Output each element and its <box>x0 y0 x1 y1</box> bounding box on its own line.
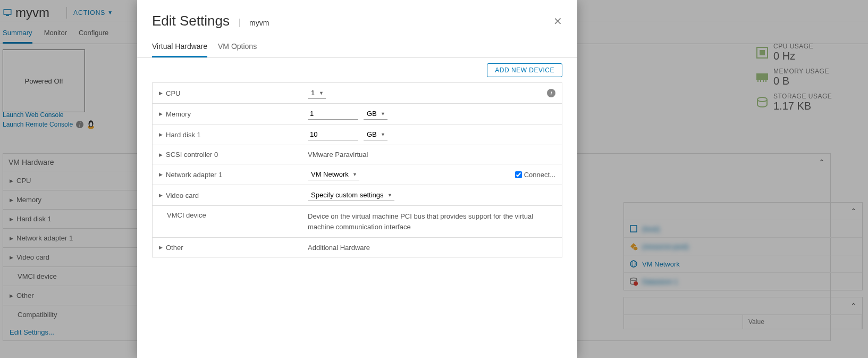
dialog-subtitle: myvm <box>239 19 269 27</box>
network-select[interactable]: VM Network ▼ <box>308 169 359 180</box>
scsi-label: SCSI controller 0 <box>166 151 218 159</box>
video-label: Video card <box>166 192 199 199</box>
dev-row-disk: ▶ Hard disk 1 GB ▼ <box>153 124 562 145</box>
edit-settings-dialog: Edit Settings myvm ✕ Virtual Hardware VM… <box>137 0 577 358</box>
dev-row-vmci: VMCI device Device on the virtual machin… <box>153 206 562 238</box>
dev-row-scsi: ▶ SCSI controller 0 VMware Paravirtual <box>153 145 562 164</box>
disk-unit-field[interactable]: GB <box>364 129 387 140</box>
video-select[interactable]: Specify custom settings ▼ <box>308 189 394 201</box>
dev-row-memory: ▶ Memory GB ▼ <box>153 104 562 124</box>
close-icon[interactable]: ✕ <box>553 15 562 28</box>
tab-vm-options[interactable]: VM Options <box>218 39 257 57</box>
dialog-title: Edit Settings <box>152 13 230 29</box>
other-label: Other <box>166 244 183 252</box>
vmci-description: Device on the virtual machine PCI bus th… <box>308 211 555 232</box>
cpu-select-field[interactable]: 1 <box>308 87 326 98</box>
connect-checkbox[interactable] <box>515 171 522 178</box>
chevron-right-icon[interactable]: ▶ <box>159 111 163 116</box>
chevron-right-icon[interactable]: ▶ <box>159 172 163 177</box>
chevron-right-icon[interactable]: ▶ <box>159 90 163 96</box>
network-select-field[interactable]: VM Network <box>308 169 359 180</box>
cpu-label: CPU <box>166 89 180 97</box>
video-select-field[interactable]: Specify custom settings <box>308 189 394 201</box>
memory-unit-field[interactable]: GB <box>364 108 387 119</box>
chevron-right-icon[interactable]: ▶ <box>159 152 163 157</box>
memory-label: Memory <box>166 110 191 118</box>
chevron-right-icon[interactable]: ▶ <box>159 193 163 198</box>
cpu-select[interactable]: 1 ▼ <box>308 87 326 99</box>
add-new-device-button[interactable]: ADD NEW DEVICE <box>487 63 562 77</box>
dev-row-other: ▶ Other Additional Hardware <box>153 238 562 257</box>
connect-checkbox-label[interactable]: Connect... <box>515 171 555 179</box>
chevron-right-icon[interactable]: ▶ <box>159 245 163 250</box>
disk-label: Hard disk 1 <box>166 131 201 139</box>
disk-input[interactable] <box>308 129 358 140</box>
scsi-value: VMware Paravirtual <box>308 151 368 159</box>
info-icon[interactable]: i <box>547 89 555 97</box>
memory-input[interactable] <box>308 108 358 120</box>
disk-unit-select[interactable]: GB ▼ <box>364 129 387 140</box>
vmci-label: VMCI device <box>167 211 206 219</box>
dev-row-video: ▶ Video card Specify custom settings ▼ <box>153 185 562 206</box>
other-value: Additional Hardware <box>308 244 370 252</box>
tab-virtual-hardware[interactable]: Virtual Hardware <box>152 39 207 57</box>
memory-unit-select[interactable]: GB ▼ <box>364 108 387 120</box>
dev-row-cpu: ▶ CPU 1 ▼ i <box>153 83 562 104</box>
chevron-right-icon[interactable]: ▶ <box>159 132 163 137</box>
dev-row-network: ▶ Network adapter 1 VM Network ▼ Connect… <box>153 164 562 185</box>
net-label: Network adapter 1 <box>166 171 222 179</box>
connect-text: Connect... <box>524 171 555 179</box>
